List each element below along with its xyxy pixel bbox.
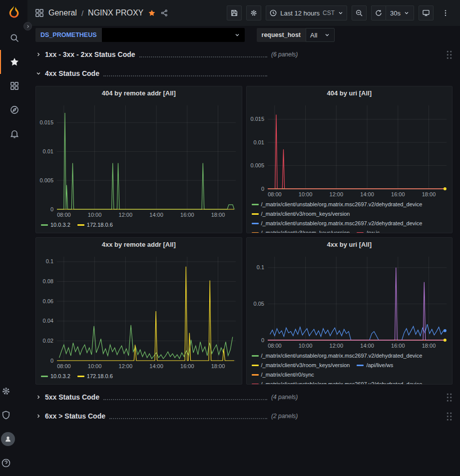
sidebar-item-search[interactable] [0, 26, 27, 50]
series-color-dash [77, 376, 84, 377]
svg-text:0: 0 [261, 337, 264, 343]
svg-text:14:00: 14:00 [149, 212, 163, 218]
favorite-star-icon[interactable] [148, 9, 156, 17]
svg-text:14:00: 14:00 [149, 363, 163, 369]
leader-dots [139, 52, 267, 57]
legend-item[interactable]: /_matrix/client/unstable/org.matrix.msc2… [252, 200, 423, 209]
breadcrumb: General / NGINX PROXY [48, 8, 168, 17]
legend-item[interactable]: 10.0.3.2 [41, 372, 70, 381]
legend-item[interactable]: /_matrix/client/v3/room_keys/version [252, 361, 350, 370]
chevron-right-icon [35, 51, 41, 57]
cycle-view-mode-button[interactable] [419, 5, 434, 20]
svg-text:0: 0 [50, 206, 53, 212]
legend-item[interactable]: /_matrix/client/v3/room_keys/version [252, 229, 350, 233]
row-5xx-status-code[interactable]: 5xx Status Code (4 panels) [35, 391, 453, 404]
svg-text:0.01: 0.01 [253, 139, 264, 145]
breadcrumb-folder[interactable]: General [48, 8, 77, 17]
legend-item[interactable]: /_matrix/client/r0/sync [252, 371, 314, 379]
chevron-right-icon [35, 413, 41, 419]
series-label: 10.0.3.2 [50, 372, 70, 381]
panel-title[interactable]: 404 by uri [All] [247, 86, 453, 100]
svg-text:10:00: 10:00 [88, 363, 102, 369]
sidebar-item-explore[interactable] [0, 98, 27, 122]
leader-dots [103, 71, 267, 76]
panel-4xx-by-uri: 4xx by uri [All] 00.050.108:0010:0012:00… [246, 237, 453, 385]
grafana-logo[interactable] [0, 0, 27, 26]
legend-item[interactable]: 172.18.0.6 [77, 221, 113, 229]
gear-icon [250, 9, 258, 17]
sidebar-expand-button[interactable] [23, 22, 32, 30]
chart-plot-area[interactable]: 00.020.040.060.080.108:0010:0012:0014:00… [36, 252, 242, 371]
legend-item[interactable]: /_matrix/client/v3/room_keys/version [252, 210, 350, 218]
avatar [1, 432, 15, 446]
main-area: General / NGINX PROXY Last 12 hours CST … [27, 0, 460, 476]
refresh-button[interactable] [371, 5, 386, 20]
sidebar-item-configuration[interactable] [0, 379, 11, 403]
datasource-variable-label[interactable]: DS_PROMETHEUS [35, 28, 102, 42]
panel-legend: 10.0.3.2172.18.0.6 [36, 219, 242, 233]
panel-legend: 10.0.3.2172.18.0.6 [36, 371, 242, 384]
series-label: /api/live/ws [366, 361, 393, 370]
panel-title[interactable]: 404 by remote addr [All] [36, 86, 242, 100]
legend-item[interactable]: /_matrix/client/unstable/org.matrix.msc2… [252, 352, 423, 360]
row-title: 1xx - 3xx - 2xx Status Code [45, 50, 135, 58]
kebab-menu-button[interactable] [438, 5, 453, 20]
legend-item[interactable]: /_matrix/client/unstable/org.matrix.msc2… [252, 219, 423, 228]
svg-text:10:00: 10:00 [298, 343, 312, 349]
svg-text:14:00: 14:00 [360, 343, 374, 349]
legend-item[interactable]: 10.0.3.2 [41, 221, 70, 229]
save-dashboard-button[interactable] [227, 5, 242, 20]
series-label: /_matrix/client/unstable/org.matrix.msc2… [261, 352, 423, 360]
row-drag-handle[interactable] [446, 412, 453, 421]
row-6xx-status-code[interactable]: 6xx > Status Code (2 panels) [35, 410, 453, 423]
chart-plot-area[interactable]: 00.050.108:0010:0012:0014:0016:0018:00 [247, 252, 453, 350]
legend-item[interactable]: 172.18.0.6 [77, 372, 113, 381]
leader-dots [103, 395, 267, 400]
sidebar-item-server-admin[interactable] [0, 403, 11, 427]
svg-text:18:00: 18:00 [211, 363, 225, 369]
sidebar-item-starred[interactable] [0, 50, 27, 74]
row-4xx-status-code[interactable]: 4xx Status Code [35, 67, 453, 80]
panel-title[interactable]: 4xx by remote addr [All] [36, 238, 242, 252]
zoom-out-time-button[interactable] [352, 5, 367, 20]
row-drag-handle[interactable] [446, 50, 453, 59]
refresh-icon [375, 9, 383, 17]
svg-text:0.04: 0.04 [43, 318, 53, 324]
datasource-variable: DS_PROMETHEUS [35, 28, 245, 42]
search-icon [9, 33, 19, 43]
chart-plot-area[interactable]: 00.0050.010.01508:0010:0012:0014:0016:00… [247, 100, 453, 199]
legend-item[interactable]: /api/live/ws [357, 361, 393, 370]
apps-grid-icon [34, 8, 44, 18]
datasource-select[interactable] [102, 28, 245, 42]
svg-text:0.005: 0.005 [39, 177, 53, 183]
legend-item[interactable]: /_matrix/client/unstable/org.matrix.msc2… [252, 380, 423, 384]
series-color-dash [77, 224, 84, 226]
sidebar-item-dashboards[interactable] [0, 74, 27, 98]
dashboard-area: 1xx - 3xx - 2xx Status Code (6 panels) 4… [27, 44, 460, 476]
row-1xx-3xx-2xx-status-code[interactable]: 1xx - 3xx - 2xx Status Code (6 panels) [35, 48, 453, 61]
svg-text:0.08: 0.08 [43, 278, 53, 284]
svg-text:16:00: 16:00 [391, 343, 405, 349]
variables-bar: DS_PROMETHEUS request_host All [27, 26, 460, 44]
request-host-variable-label[interactable]: request_host [257, 28, 306, 42]
sidebar-item-help[interactable] [0, 451, 11, 475]
request-host-select[interactable]: All [306, 28, 335, 42]
share-dashboard-button[interactable] [160, 9, 168, 17]
chevron-right-icon [25, 24, 30, 29]
page-title[interactable]: NGINX PROXY [88, 8, 143, 17]
sidebar-bottom-group [0, 379, 27, 476]
sidebar-item-profile[interactable] [0, 427, 15, 451]
chart-plot-area[interactable]: 00.0050.010.01508:0010:0012:0014:0016:00… [36, 100, 242, 219]
refresh-interval-dropdown[interactable]: 30s [386, 5, 414, 20]
timezone-label: CST [323, 9, 335, 16]
svg-text:14:00: 14:00 [360, 191, 374, 197]
panel-title[interactable]: 4xx by uri [All] [247, 238, 453, 252]
dashboard-settings-button[interactable] [246, 5, 261, 20]
time-range-picker[interactable]: Last 12 hours CST [266, 5, 347, 20]
sidebar-item-alerting[interactable] [0, 122, 27, 146]
svg-text:12:00: 12:00 [119, 363, 133, 369]
chart-canvas: 00.050.108:0010:0012:0014:0016:0018:00 [247, 252, 453, 350]
legend-item[interactable]: /sw.js [357, 229, 380, 233]
row-drag-handle[interactable] [446, 393, 453, 402]
svg-text:0.005: 0.005 [250, 162, 264, 168]
